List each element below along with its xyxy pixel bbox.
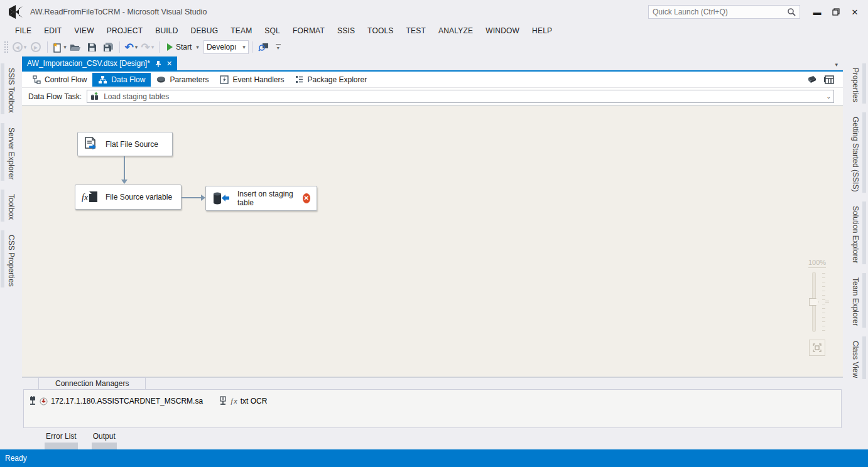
restore-button[interactable] [827,4,845,19]
toolbar-overflow-button[interactable]: ▾ [276,44,281,51]
node-file-source-variable[interactable]: fx File Source variable [75,185,182,210]
zoom-100-marker [825,301,829,303]
close-tab-icon[interactable]: ✕ [166,60,172,68]
menu-edit[interactable]: EDIT [38,25,68,36]
menu-window[interactable]: WINDOW [479,25,526,36]
undo-button[interactable]: ↶▾ [124,40,139,55]
zoom-to-fit-button[interactable] [809,340,825,356]
zoom-level-label: 100% [808,259,826,268]
node-insert-on-staging-table[interactable]: Insert on staging table ✕ [205,186,317,211]
minimize-button[interactable]: ▬ [808,4,827,19]
svg-text:fx: fx [82,193,89,202]
document-tab-label: AW_Importacion_CSV.dtsx [Design]* [27,59,150,68]
package-part-icon[interactable] [806,75,816,83]
configuration-value: Developı [207,43,236,51]
data-flow-task-row: Data Flow Task: Load staging tables ⌄ [22,88,843,105]
standard-toolbar: ◄▾ ► ▾ ↶▾ ↷▾ Start ▾ Developı ▾ ▾ [0,38,868,56]
menu-file[interactable]: FILE [9,25,38,36]
redo-button[interactable]: ↷▾ [140,40,155,55]
menu-sql[interactable]: SQL [258,25,286,36]
data-flow-icon [98,75,107,84]
start-label: Start [176,43,192,51]
chevron-down-icon[interactable]: ⌄ [826,94,831,100]
pin-icon[interactable] [155,60,161,67]
menu-team[interactable]: TEAM [224,25,258,36]
document-tab[interactable]: AW_Importacion_CSV.dtsx [Design]* ✕ [22,56,177,70]
node-flat-file-source[interactable]: Flat File Source [77,132,173,156]
sidebar-tab-solution-explorer[interactable]: Solution Explorer [850,201,861,264]
close-button[interactable]: ✕ [845,4,864,19]
sidebar-tab-team-explorer[interactable]: Team Explorer [850,273,861,327]
save-button[interactable] [84,40,99,55]
menu-test[interactable]: TEST [400,25,432,36]
menu-build[interactable]: BUILD [149,25,184,36]
node-label: Insert on staging table [237,190,295,207]
connection-manager-label: 172.17.1.180.ASSISTCARDNET_MSCRM.sa [51,397,203,405]
document-tab-row: AW_Importacion_CSV.dtsx [Design]* ✕ ▾ [22,56,843,70]
zoom-slider-thumb[interactable] [809,298,819,306]
tab-package-explorer[interactable]: Package Explorer [290,73,372,87]
navigate-back-button[interactable]: ◄▾ [12,40,27,55]
solution-configuration-combobox[interactable]: Developı ▾ [203,40,249,54]
sidebar-tab-class-view[interactable]: Class View [850,336,861,379]
tab-parameters[interactable]: Parameters [151,73,214,87]
menu-format[interactable]: FORMAT [286,25,331,36]
open-file-button[interactable] [68,40,83,55]
bottom-panel-tabs: Error List Output [22,428,843,449]
connection-managers-tab[interactable]: Connection Managers [38,377,146,389]
connection-manager-item[interactable]: ƒx txt OCR [219,396,267,406]
tab-output[interactable]: Output [92,432,117,449]
right-tool-window-strip: Properties Getting Started (SSIS) Soluti… [843,56,868,449]
status-bar: Ready [0,449,868,467]
menu-debug[interactable]: DEBUG [185,25,225,36]
derived-column-fx-icon: fx [82,191,98,203]
data-path-arrow[interactable] [182,197,202,198]
tab-data-flow[interactable]: Data Flow [92,73,151,87]
file-connection-icon [219,396,227,406]
data-flow-design-surface[interactable]: Flat File Source fx File Source variable [22,105,843,377]
navigate-forward-button[interactable]: ► [28,40,43,55]
menu-tools[interactable]: TOOLS [361,25,399,36]
find-in-files-button[interactable] [256,40,271,55]
variables-grid-icon[interactable] [824,75,834,84]
left-tool-window-strip: SSIS Toolbox Server Explorer Toolbox CSS… [0,56,22,449]
status-text: Ready [5,454,27,463]
connection-icon [29,396,36,406]
sidebar-tab-properties[interactable]: Properties [850,63,861,104]
connection-manager-item[interactable]: 172.17.1.180.ASSISTCARDNET_MSCRM.sa [29,396,203,406]
menu-project[interactable]: PROJECT [100,25,149,36]
connection-managers-tab-row: Connection Managers [22,377,843,389]
toolbar-grip[interactable] [4,41,9,53]
control-flow-icon [33,75,41,84]
data-flow-task-value: Load staging tables [104,92,821,101]
data-path-arrowhead [201,195,205,201]
quick-launch-box[interactable] [648,5,800,19]
data-flow-task-combobox[interactable]: Load staging tables ⌄ [87,90,834,103]
new-item-button[interactable]: ▾ [52,40,67,55]
menu-ssis[interactable]: SSIS [331,25,361,36]
tab-error-list[interactable]: Error List [45,432,78,449]
error-badge-icon[interactable]: ✕ [303,193,310,203]
tab-list-dropdown-icon[interactable]: ▾ [835,62,843,70]
quick-launch-input[interactable] [653,8,787,16]
connection-managers-panel[interactable]: 172.17.1.180.ASSISTCARDNET_MSCRM.sa ƒx t… [23,389,842,428]
oledb-destination-icon [212,191,230,205]
menu-analyze[interactable]: ANALYZE [432,25,479,36]
sidebar-tab-css-properties[interactable]: CSS Properties [6,230,17,288]
sidebar-tab-getting-started-ssis[interactable]: Getting Started (SSIS) [850,112,861,193]
sidebar-tab-toolbox[interactable]: Toolbox [6,190,17,221]
tab-event-handlers[interactable]: Event Handlers [214,73,290,87]
play-icon [167,43,173,51]
tab-control-flow[interactable]: Control Flow [27,73,92,87]
data-path-arrow[interactable] [124,156,125,180]
save-all-button[interactable] [100,40,116,55]
flat-file-source-icon [84,137,98,152]
sidebar-tab-server-explorer[interactable]: Server Explorer [6,123,17,181]
menu-help[interactable]: HELP [526,25,558,36]
data-path-arrowhead [121,180,127,184]
node-label: Flat File Source [106,140,158,149]
start-debug-button[interactable]: Start ▾ [163,40,203,55]
search-icon[interactable] [787,8,796,16]
menu-view[interactable]: VIEW [68,25,100,36]
sidebar-tab-ssis-toolbox[interactable]: SSIS Toolbox [6,63,17,114]
